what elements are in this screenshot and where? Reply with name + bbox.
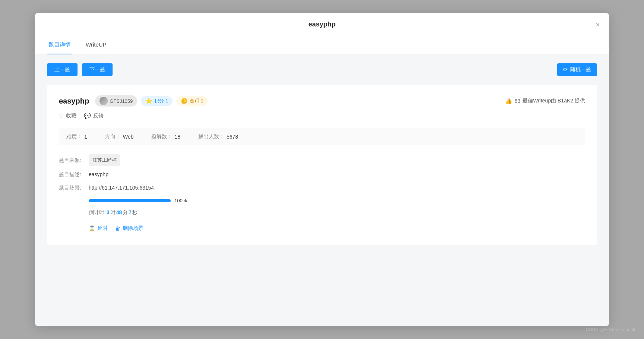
trash-icon: 🗑 <box>115 225 120 231</box>
coin-icon: 🪙 <box>181 98 188 104</box>
best-writeup-text: 最佳Writeup由 B1aK2 提供 <box>523 98 585 104</box>
delay-button[interactable]: ⌛ 延时 <box>89 225 108 232</box>
heart-icon: ♡ <box>59 113 64 119</box>
scene-url: http://61.147.171.105:63154 <box>89 183 154 193</box>
desc-row: 题目描述: easyphp <box>59 169 585 180</box>
countdown-hours: 3 <box>107 207 110 218</box>
like-info: 👍 83 最佳Writeup由 B1aK2 提供 <box>505 98 585 105</box>
author-badge: GFSJ1059 <box>95 95 137 107</box>
solutions-item: 题解数： 18 <box>151 133 180 140</box>
tabs-bar: 题目详情 WriteUP <box>35 36 609 54</box>
progress-percent: 100% <box>174 196 187 206</box>
info-section: 题目来源: 江苏工匠杯 题目描述: easyphp 题目场景: http://6… <box>59 154 585 232</box>
refresh-icon: ⟳ <box>563 66 568 73</box>
coin-badge: 🪙 金币 1 <box>176 96 208 106</box>
direction-item: 方向： Web <box>105 133 134 140</box>
badge-group: GFSJ1059 ⭐ 积分 1 🪙 金币 1 <box>95 95 208 107</box>
score-badge: ⭐ 积分 1 <box>141 96 173 106</box>
watermark: CSDN @Hacker_seagull <box>586 327 635 332</box>
collect-action[interactable]: ♡ 收藏 <box>59 113 76 119</box>
star-icon: ⭐ <box>145 98 152 104</box>
close-button[interactable]: × <box>596 21 600 28</box>
progress-bar-fill <box>89 199 171 202</box>
meta-row: 难度： 1 方向： Web 题解数： 18 解出人数： 5678 <box>59 128 585 145</box>
tab-writeup[interactable]: WriteUP <box>84 36 108 54</box>
hourglass-icon: ⌛ <box>89 225 95 231</box>
scene-row: 题目场景: http://61.147.171.105:63154 <box>59 183 585 193</box>
countdown-seconds: 7 <box>129 207 132 218</box>
source-tag: 江苏工匠杯 <box>89 154 120 166</box>
random-button[interactable]: ⟳ 随机一题 <box>557 63 597 76</box>
modal-header: easyphp × <box>35 13 609 36</box>
problem-title: easyphp <box>59 97 89 105</box>
modal-body: 上一题 下一题 ⟳ 随机一题 easyphp <box>35 54 609 326</box>
scene-actions: ⌛ 延时 🗑 删除场景 <box>89 225 143 232</box>
thumb-up-icon: 👍 <box>505 98 512 105</box>
modal-overlay: easyphp × 题目详情 WriteUP 上一题 下一题 ⟳ 随机一题 <box>0 0 644 339</box>
content-card: easyphp GFSJ1059 ⭐ 积分 1 <box>47 85 597 245</box>
next-button[interactable]: 下一题 <box>82 63 113 76</box>
difficulty-item: 难度： 1 <box>66 133 87 140</box>
countdown-row: 倒计时: 3 时 48 分 7 秒 <box>89 207 585 222</box>
modal-title: easyphp <box>308 20 335 28</box>
avatar-img <box>100 97 108 105</box>
scene-actions-row: ⌛ 延时 🗑 删除场景 <box>89 225 585 232</box>
countdown-minutes: 48 <box>116 207 122 218</box>
prev-button[interactable]: 上一题 <box>47 63 78 76</box>
solvers-item: 解出人数： 5678 <box>198 133 238 140</box>
delete-scene-button[interactable]: 🗑 删除场景 <box>115 225 143 232</box>
feedback-action[interactable]: 💬 反馈 <box>84 113 104 119</box>
toolbar: 上一题 下一题 ⟳ 随机一题 <box>47 63 597 76</box>
problem-header: easyphp GFSJ1059 ⭐ 积分 1 <box>59 95 585 107</box>
comment-icon: 💬 <box>84 113 91 119</box>
tab-detail[interactable]: 题目详情 <box>47 36 72 54</box>
actions: ♡ 收藏 💬 反馈 <box>59 113 585 119</box>
modal: easyphp × 题目详情 WriteUP 上一题 下一题 ⟳ 随机一题 <box>35 13 609 326</box>
progress-bar-bg <box>89 199 171 202</box>
progress-row: 100% <box>89 196 585 206</box>
source-row: 题目来源: 江苏工匠杯 <box>59 154 585 166</box>
avatar <box>100 97 108 105</box>
countdown: 倒计时: 3 时 48 分 7 秒 <box>89 207 138 218</box>
progress-bar-wrap: 100% <box>89 196 187 206</box>
